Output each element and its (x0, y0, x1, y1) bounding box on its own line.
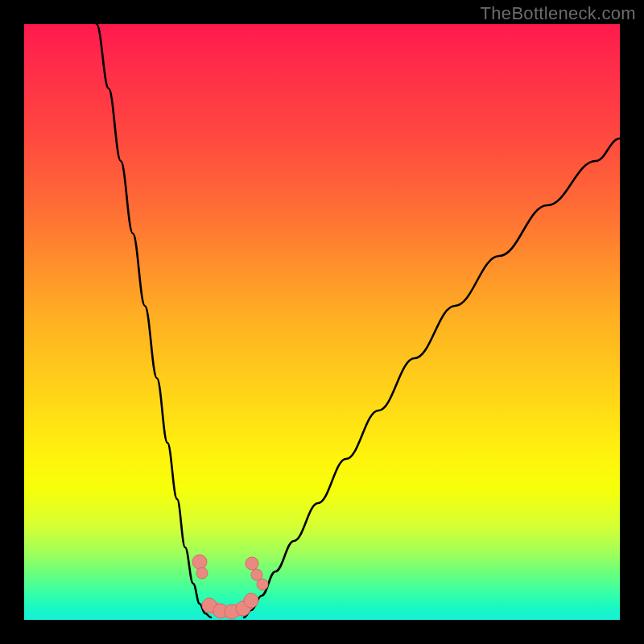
watermark-text: TheBottleneck.com (481, 3, 636, 24)
curve-left-curve (97, 24, 211, 617)
chart-svg (24, 24, 620, 620)
marker-right-cluster-top (246, 557, 258, 570)
marker-valley-extra-right (257, 579, 268, 590)
curve-right-curve (244, 138, 620, 617)
marker-left-cluster-top (192, 555, 207, 569)
chart-frame: TheBottleneck.com (0, 0, 644, 644)
marker-left-cluster-mid (196, 568, 208, 579)
plot-area (24, 24, 620, 620)
marker-valley-5 (244, 593, 258, 608)
